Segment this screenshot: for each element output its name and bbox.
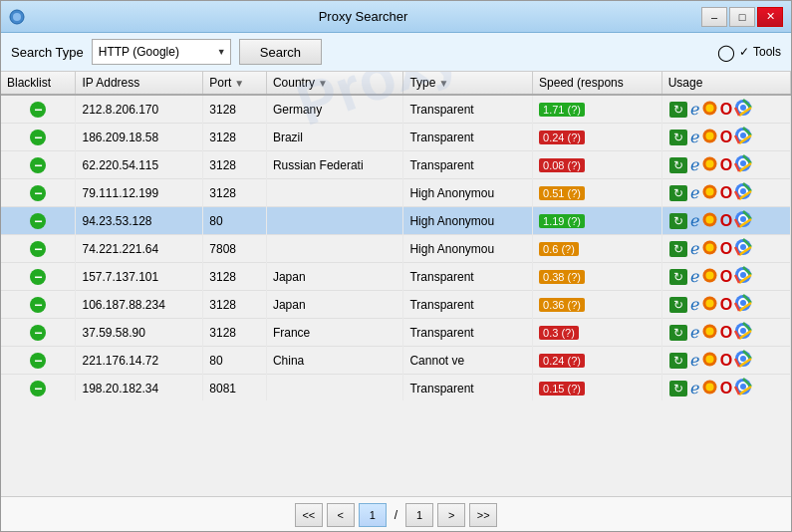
tools-button[interactable]: Tools — [753, 45, 781, 59]
opera-icon[interactable]: O — [720, 380, 732, 398]
total-pages-button[interactable]: 1 — [405, 503, 433, 527]
action-icon[interactable]: ↻ — [668, 268, 688, 286]
country-cell — [266, 207, 403, 235]
country-cell: Russian Federati — [266, 151, 403, 179]
table-row[interactable]: −74.221.221.647808High Anonymou0.6 (?)↻ℯ… — [1, 235, 791, 263]
ie-icon[interactable]: ℯ — [690, 100, 699, 119]
table-row[interactable]: −157.7.137.1013128JapanTransparent0.38 (… — [1, 263, 791, 291]
firefox-icon[interactable] — [701, 155, 718, 175]
table-row[interactable]: −79.111.12.1993128High Anonymou0.51 (?)↻… — [1, 179, 791, 207]
chrome-icon[interactable] — [734, 210, 752, 231]
action-icon[interactable]: ↻ — [668, 101, 688, 119]
table-row[interactable]: −62.220.54.1153128Russian FederatiTransp… — [1, 151, 791, 179]
opera-icon[interactable]: O — [720, 184, 732, 202]
blacklist-minus-icon[interactable]: − — [30, 213, 46, 229]
firefox-icon[interactable] — [701, 351, 718, 371]
ie-icon[interactable]: ℯ — [690, 267, 699, 286]
port-filter-icon[interactable]: ▼ — [234, 78, 244, 89]
chrome-icon[interactable] — [734, 350, 752, 371]
blacklist-minus-icon[interactable]: − — [30, 381, 46, 397]
blacklist-minus-icon[interactable]: − — [30, 241, 46, 257]
firefox-icon[interactable] — [701, 183, 718, 203]
ie-icon[interactable]: ℯ — [690, 183, 699, 202]
opera-icon[interactable]: O — [720, 212, 732, 230]
action-icon[interactable]: ↻ — [668, 156, 688, 174]
blacklist-minus-icon[interactable]: − — [30, 157, 46, 173]
action-icon[interactable]: ↻ — [668, 380, 688, 398]
ie-icon[interactable]: ℯ — [690, 211, 699, 230]
chrome-icon[interactable] — [734, 322, 752, 343]
firefox-icon[interactable] — [701, 267, 718, 287]
svg-point-1 — [13, 13, 21, 21]
chrome-icon[interactable] — [734, 378, 752, 399]
table-scroll-area[interactable]: Blacklist IP Address Port▼ Country▼ Type… — [1, 72, 791, 400]
firefox-icon[interactable] — [701, 100, 718, 120]
blacklist-minus-icon[interactable]: − — [30, 130, 46, 145]
blacklist-minus-icon[interactable]: − — [30, 353, 46, 369]
action-icon[interactable]: ↻ — [668, 324, 688, 342]
ie-icon[interactable]: ℯ — [690, 295, 699, 314]
search-type-select[interactable]: HTTP (Google) HTTPS (Google) SOCKS4 SOCK… — [92, 39, 231, 65]
chrome-icon[interactable] — [734, 294, 752, 315]
opera-icon[interactable]: O — [720, 101, 732, 119]
table-row[interactable]: −212.8.206.1703128GermanyTransparent1.71… — [1, 95, 791, 124]
opera-icon[interactable]: O — [720, 268, 732, 286]
table-row[interactable]: −37.59.58.903128FranceTransparent0.3 (?)… — [1, 319, 791, 347]
firefox-icon[interactable] — [701, 323, 718, 343]
type-filter-icon[interactable]: ▼ — [438, 78, 448, 89]
country-filter-icon[interactable]: ▼ — [318, 78, 328, 89]
blacklist-minus-icon[interactable]: − — [30, 269, 46, 285]
chrome-icon[interactable] — [734, 99, 752, 120]
speed-badge: 1.71 (?) — [539, 103, 585, 117]
next-page-button[interactable]: > — [437, 503, 465, 527]
firefox-icon[interactable] — [701, 295, 718, 315]
chrome-icon[interactable] — [734, 182, 752, 203]
action-icon[interactable]: ↻ — [668, 296, 688, 314]
table-row[interactable]: −198.20.182.348081Transparent0.15 (?)↻ℯO — [1, 375, 791, 401]
blacklist-minus-icon[interactable]: − — [30, 325, 46, 341]
ie-icon[interactable]: ℯ — [690, 128, 699, 146]
action-icon[interactable]: ↻ — [668, 352, 688, 370]
current-page-button[interactable]: 1 — [359, 503, 387, 527]
close-button[interactable]: ✕ — [757, 7, 783, 27]
table-row[interactable]: −106.187.88.2343128JapanTransparent0.36 … — [1, 291, 791, 319]
blacklist-cell: − — [1, 124, 76, 151]
table-row[interactable]: −94.23.53.12880High Anonymou1.19 (?)↻ℯO — [1, 207, 791, 235]
page-separator: / — [391, 508, 401, 522]
action-icon[interactable]: ↻ — [668, 184, 688, 202]
opera-icon[interactable]: O — [720, 352, 732, 370]
firefox-icon[interactable] — [701, 379, 718, 399]
firefox-icon[interactable] — [701, 128, 718, 147]
action-icon[interactable]: ↻ — [668, 129, 688, 146]
action-icon[interactable]: ↻ — [668, 240, 688, 258]
table-row[interactable]: −186.209.18.583128BrazilTransparent0.24 … — [1, 124, 791, 151]
chrome-icon[interactable] — [734, 266, 752, 287]
table-row[interactable]: −221.176.14.7280ChinaCannot ve0.24 (?)↻ℯ… — [1, 347, 791, 375]
opera-icon[interactable]: O — [720, 240, 732, 258]
blacklist-minus-icon[interactable]: − — [30, 185, 46, 201]
opera-icon[interactable]: O — [720, 129, 732, 146]
ie-icon[interactable]: ℯ — [690, 239, 699, 258]
maximize-button[interactable]: □ — [729, 7, 755, 27]
blacklist-minus-icon[interactable]: − — [30, 102, 46, 118]
first-page-button[interactable]: << — [295, 503, 323, 527]
firefox-icon[interactable] — [701, 239, 718, 259]
chrome-icon[interactable] — [734, 238, 752, 259]
blacklist-minus-icon[interactable]: − — [30, 297, 46, 313]
chrome-icon[interactable] — [734, 127, 752, 147]
ie-icon[interactable]: ℯ — [690, 155, 699, 174]
ie-icon[interactable]: ℯ — [690, 379, 699, 398]
opera-icon[interactable]: O — [720, 324, 732, 342]
ie-icon[interactable]: ℯ — [690, 351, 699, 370]
ie-icon[interactable]: ℯ — [690, 323, 699, 342]
firefox-icon[interactable] — [701, 211, 718, 231]
action-icon[interactable]: ↻ — [668, 212, 688, 230]
opera-icon[interactable]: O — [720, 156, 732, 174]
opera-icon[interactable]: O — [720, 296, 732, 314]
minimize-button[interactable]: – — [701, 7, 727, 27]
prev-page-button[interactable]: < — [327, 503, 355, 527]
last-page-button[interactable]: >> — [469, 503, 497, 527]
chrome-icon[interactable] — [734, 154, 752, 175]
svg-text:↻: ↻ — [673, 214, 683, 228]
search-button[interactable]: Search — [239, 39, 322, 65]
